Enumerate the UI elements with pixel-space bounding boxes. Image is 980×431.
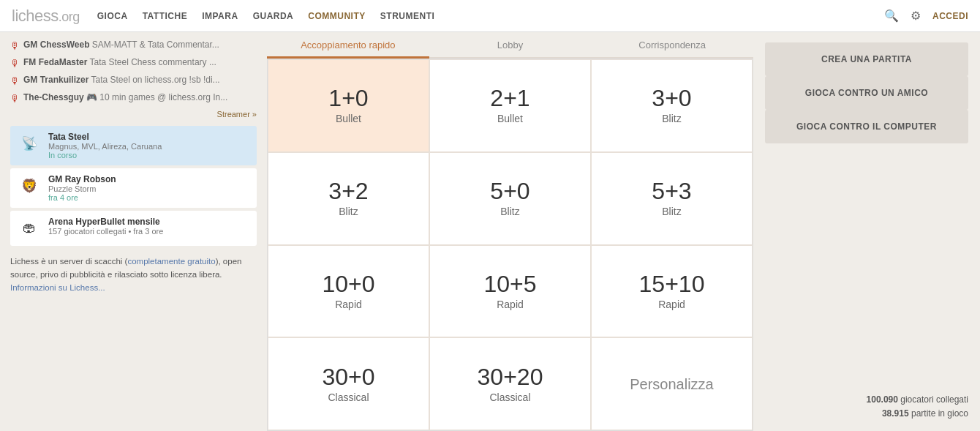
nav-item-impara[interactable]: IMPARA [202,8,238,24]
stream-item-stream2[interactable]: 🎙FM FedaMaster Tata Steel Chess commenta… [10,57,257,70]
stream-name: The-Chessguy [23,92,84,102]
cell-label: Blitz [662,113,681,124]
cell-label: Rapid [335,299,362,310]
event-status: In corso [48,151,162,160]
stream-item-stream4[interactable]: 🎙The-Chessguy 🎮 10 min games @ lichess.o… [10,92,257,105]
cell-label: Bullet [497,113,523,124]
event-info: Tata Steel Magnus, MVL, Alireza, Caruana… [48,132,162,160]
game-cell-cell2[interactable]: 2+1 Bullet [429,59,591,152]
game-cell-cell12[interactable]: Personalizza [591,337,753,430]
stream-name: GM ChessWeeb [23,40,89,50]
accedi-button[interactable]: ACCEDI [932,11,968,21]
nav-item-community[interactable]: COMMUNITY [308,8,366,24]
streamer-link[interactable]: Streamer » [10,110,257,119]
stream-mic-icon: 🎙 [10,58,20,70]
nav-item-gioca[interactable]: GIOCA [97,8,128,24]
header-right: 🔍 ⚙ ACCEDI [884,9,968,23]
stream-text: FM FedaMaster Tata Steel Chess commentar… [23,57,216,69]
main-content: 🎙GM ChessWeeb SAM-MATT & Tata Commentar.… [0,32,980,431]
footer-link-info[interactable]: Informazioni su Lichess... [10,283,105,292]
stream-text: GM Trankuilizer Tata Steel on lichess.or… [23,75,220,86]
game-cell-cell5[interactable]: 5+0 Blitz [429,152,591,245]
stream-desc: Tata Steel Chess commentary ... [89,57,216,67]
footer-text1: Lichess è un server di scacchi ( [10,257,127,266]
event-card-event3[interactable]: 🏟 Arena HyperBullet mensile 157 giocator… [10,211,257,246]
stats: 100.090 giocatori collegati 38.915 parti… [765,393,968,421]
game-cell-cell7[interactable]: 10+0 Rapid [268,245,429,338]
gioca-computer-button[interactable]: GIOCA CONTRO IL COMPUTER [765,110,968,143]
cell-label: Rapid [497,299,524,310]
stream-item-stream1[interactable]: 🎙GM ChessWeeb SAM-MATT & Tata Commentar.… [10,40,257,53]
event-list: 📡 Tata Steel Magnus, MVL, Alireza, Carua… [10,126,257,246]
event-icon: 🦁 [18,174,41,198]
left-sidebar: 🎙GM ChessWeeb SAM-MATT & Tata Commentar.… [0,32,267,431]
tab-lobby[interactable]: Lobby [429,32,592,59]
players-count: 100.090 [867,394,898,405]
footer-link-gratuito[interactable]: completamente gratuito [127,257,215,266]
cell-label: Blitz [339,206,358,217]
cell-value: 15+10 [639,272,705,296]
game-cell-cell11[interactable]: 30+20 Classical [429,337,591,430]
logo-text: lichess [12,7,59,25]
cell-value: 5+0 [490,179,529,203]
game-grid: 1+0 Bullet 2+1 Bullet 3+0 Blitz 3+2 Blit… [267,59,753,431]
tab-accoppiamento[interactable]: Accoppiamento rapido [267,32,429,59]
nav-item-tattiche[interactable]: TATTICHE [143,8,188,24]
event-icon: 🏟 [18,217,41,240]
header: lichess.org GIOCATATTICHEIMPARAGUARDACOM… [0,0,980,32]
stream-name: GM Trankuilizer [23,75,88,85]
event-info: Arena HyperBullet mensile 157 giocatori … [48,217,163,236]
cell-value: 3+2 [328,179,368,203]
streamer-list: 🎙GM ChessWeeb SAM-MATT & Tata Commentar.… [10,40,257,105]
game-cell-cell6[interactable]: 5+3 Blitz [591,152,753,245]
cell-label: Classical [489,391,530,403]
event-card-event2[interactable]: 🦁 GM Ray Robson Puzzle Storm fra 4 ore [10,168,257,208]
event-card-event1[interactable]: 📡 Tata Steel Magnus, MVL, Alireza, Carua… [10,126,257,165]
game-cell-cell10[interactable]: 30+0 Classical [268,337,429,430]
cell-value: 30+20 [478,365,543,389]
game-cell-cell4[interactable]: 3+2 Blitz [268,152,429,245]
event-title: Arena HyperBullet mensile [48,217,163,227]
game-cell-cell1[interactable]: 1+0 Bullet [268,59,429,152]
settings-icon[interactable]: ⚙ [911,9,921,23]
cell-value: 10+0 [322,272,374,296]
nav-item-guarda[interactable]: GUARDA [253,8,294,24]
event-status: fra 4 ore [48,193,116,202]
games-count: 38.915 [882,408,909,419]
stream-desc: Tata Steel on lichess.org !sb !di... [91,75,219,85]
stream-text: GM ChessWeeb SAM-MATT & Tata Commentar..… [23,40,219,51]
tab-bar: Accoppiamento rapidoLobbyCorrispondenza [267,32,753,59]
stream-mic-icon: 🎙 [10,40,20,53]
gioca-amico-button[interactable]: GIOCA CONTRO UN AMICO [765,76,968,110]
center-panel: Accoppiamento rapidoLobbyCorrispondenza … [267,32,753,431]
crea-partita-button[interactable]: CREA UNA PARTITA [765,42,968,76]
cell-value: 30+0 [322,365,374,389]
cell-value: 5+3 [652,179,691,203]
stream-mic-icon: 🎙 [10,93,20,105]
cell-value: 1+0 [328,86,368,110]
stream-text: The-Chessguy 🎮 10 min games @ lichess.or… [23,92,227,104]
event-title: GM Ray Robson [48,174,116,184]
cell-label: Blitz [500,206,519,217]
players-stat: 100.090 giocatori collegati [765,393,968,407]
games-stat: 38.915 partite in gioco [765,407,968,421]
game-cell-cell3[interactable]: 3+0 Blitz [591,59,753,152]
stream-item-stream3[interactable]: 🎙GM Trankuilizer Tata Steel on lichess.o… [10,75,257,88]
cell-label: Blitz [662,206,681,217]
event-icon: 📡 [18,132,41,155]
logo-suffix: .org [59,10,80,24]
search-icon[interactable]: 🔍 [884,9,899,23]
cell-value: 3+0 [652,86,691,110]
main-nav: GIOCATATTICHEIMPARAGUARDACOMMUNITYSTRUME… [97,8,884,24]
stream-desc: SAM-MATT & Tata Commentar... [92,40,219,50]
cell-label: Rapid [658,299,685,310]
game-cell-cell8[interactable]: 10+5 Rapid [429,245,591,338]
event-subtitle: Magnus, MVL, Alireza, Caruana [48,142,162,151]
nav-item-strumenti[interactable]: STRUMENTI [380,8,435,24]
tab-corrispondenza[interactable]: Corrispondenza [591,32,753,59]
cell-value: 10+5 [483,272,536,296]
stream-mic-icon: 🎙 [10,75,20,88]
game-cell-cell9[interactable]: 15+10 Rapid [591,245,753,338]
logo[interactable]: lichess.org [12,7,80,26]
cell-label: Bullet [336,113,361,124]
